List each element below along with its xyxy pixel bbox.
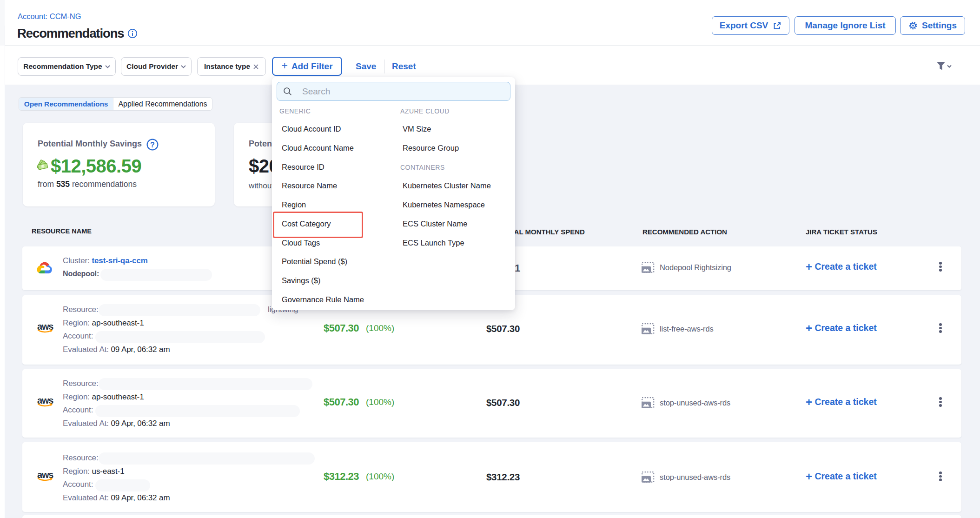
svg-text:?: ? [150, 141, 155, 149]
